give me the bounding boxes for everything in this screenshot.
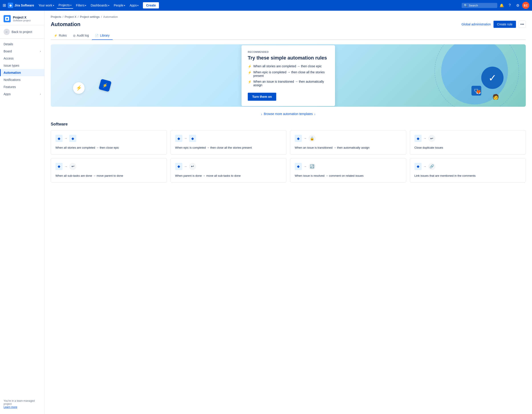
project-type: Software project — [13, 19, 30, 22]
automation-card-4[interactable]: → ↩ Close duplicate issues — [410, 130, 526, 155]
breadcrumb-projects[interactable]: Projects — [51, 15, 61, 19]
chevron-down-icon: ▾ — [53, 4, 54, 7]
hero-bolt-left-icon: ⚡ — [73, 82, 85, 94]
project-icon — [4, 15, 11, 22]
automation-card-5[interactable]: → ↩ When all sub-tasks are done → move p… — [51, 158, 167, 183]
arrow-icon: → — [184, 137, 187, 140]
target-icon-4: ↩ — [428, 135, 435, 142]
grid-icon[interactable]: ⊞ — [3, 3, 6, 8]
breadcrumb-project-x[interactable]: Project X — [65, 15, 76, 19]
trigger-icon-8 — [415, 163, 422, 170]
more-options-button[interactable]: ••• — [519, 21, 526, 28]
arrow-down-icon: ↓ — [261, 112, 262, 116]
breadcrumb-current: Automation — [103, 15, 118, 19]
page-title: Automation — [51, 21, 80, 27]
browse-more[interactable]: ↓ Browse more automation templates ↓ — [51, 112, 526, 116]
card-text-6: When parent is done → move all sub-tasks… — [175, 174, 282, 178]
arrow-icon: → — [64, 165, 67, 168]
trigger-icon-5 — [56, 163, 63, 170]
nav-people[interactable]: People ▾ — [112, 2, 127, 9]
chevron-down-icon: ▾ — [137, 4, 138, 7]
automation-card-6[interactable]: → ↩ When parent is done → move all sub-t… — [171, 158, 287, 183]
arrow-icon: → — [304, 165, 307, 168]
clock-icon: ◎ — [73, 34, 76, 37]
bolt-icon: ⚡ — [248, 80, 252, 84]
tab-rules[interactable]: ⚡ Rules — [51, 31, 70, 40]
create-button[interactable]: Create — [143, 2, 159, 9]
nav-projects[interactable]: Projects ▾ — [57, 2, 74, 9]
main-content: Projects / Project X / Project settings … — [45, 11, 532, 414]
trigger-icon-6 — [175, 163, 182, 170]
automation-card-1[interactable]: → When all stories are completed → then … — [51, 130, 167, 155]
bolt-icon: ⚡ — [248, 71, 252, 74]
tab-library[interactable]: 📄 Library — [92, 31, 113, 40]
settings-icon[interactable]: ⚙ — [514, 2, 521, 9]
app-layout: Project X Software project ← Back to pro… — [0, 11, 532, 414]
sidebar-item-details[interactable]: Details — [0, 40, 44, 48]
hero-rule-1: ⚡ When all stories are completed → then … — [248, 64, 329, 68]
automation-card-3[interactable]: → 🔒 When an issue is transitioned → then… — [290, 130, 406, 155]
hero-rule-2: ⚡ When epic is completed → then close al… — [248, 70, 329, 78]
expand-icon: › — [40, 50, 41, 53]
card-text-5: When all sub-tasks are done → move paren… — [56, 174, 162, 178]
chevron-down-icon: ▾ — [85, 4, 86, 7]
page-header: Automation Global administration Create … — [51, 21, 526, 28]
sidebar-item-features[interactable]: Features — [0, 83, 44, 90]
target-icon-3: 🔒 — [309, 135, 316, 142]
back-to-project[interactable]: ← Back to project — [0, 27, 44, 37]
automation-card-8[interactable]: → 🔗 Link issues that are mentioned in th… — [410, 158, 526, 183]
hero-check-circle-icon: ✓ — [481, 67, 504, 89]
chevron-down-icon: ▾ — [124, 4, 125, 7]
breadcrumb: Projects / Project X / Project settings … — [51, 15, 526, 19]
sidebar-item-board[interactable]: Board › — [0, 48, 44, 55]
breadcrumb-project-settings[interactable]: Project settings — [80, 15, 100, 19]
jira-logo[interactable]: Jira Software — [8, 3, 34, 8]
library-icon: 📄 — [95, 34, 99, 37]
automation-card-7[interactable]: → 🔄 When issue is resolved → comment on … — [290, 158, 406, 183]
topnav-icons: 🔔 ? ⚙ EC — [498, 2, 529, 9]
expand-icon: › — [40, 93, 41, 95]
automation-cards-grid-row1: → When all stories are completed → then … — [51, 130, 526, 155]
target-icon-8: 🔗 — [428, 163, 435, 170]
card-text-3: When an issue is transitioned → then aut… — [295, 146, 402, 150]
hero-fox-icon: 🦊 — [476, 89, 481, 94]
automation-cards-grid-row2: → ↩ When all sub-tasks are done → move p… — [51, 158, 526, 183]
learn-more-link[interactable]: Learn more — [4, 405, 17, 409]
hero-card: RECOMMENDED Try these simple automation … — [241, 45, 335, 106]
target-icon-2 — [189, 135, 196, 142]
hero-card-title: Try these simple automation rules — [248, 55, 329, 61]
top-navigation: ⊞ Jira Software Your work ▾ Projects ▾ F… — [0, 0, 532, 11]
create-rule-button[interactable]: Create rule — [494, 21, 516, 28]
turn-them-on-button[interactable]: Turn them on — [248, 93, 276, 101]
target-icon-6: ↩ — [189, 163, 196, 170]
arrow-icon: → — [423, 137, 427, 140]
sidebar-item-issue-types[interactable]: Issue types — [0, 62, 44, 69]
chevron-down-icon: ▾ — [70, 4, 71, 7]
notifications-icon[interactable]: 🔔 — [498, 2, 505, 9]
user-avatar[interactable]: EC — [522, 2, 529, 9]
sidebar-item-notifications[interactable]: Notifications — [0, 76, 44, 83]
sidebar-item-automation[interactable]: Automation — [0, 69, 44, 76]
bolt-icon: ⚡ — [54, 34, 57, 37]
page-header-actions: Global administration Create rule ••• — [461, 21, 526, 28]
help-icon[interactable]: ? — [506, 2, 513, 9]
card-text-8: Link issues that are mentioned in the co… — [415, 174, 521, 178]
hero-rule-3: ⚡ When an issue is transitioned → then a… — [248, 80, 329, 87]
search-box[interactable]: 🔍 Search — [462, 3, 497, 8]
trigger-icon-4 — [415, 135, 422, 142]
nav-your-work[interactable]: Your work ▾ — [37, 2, 56, 9]
sidebar-item-access[interactable]: Access — [0, 55, 44, 62]
nav-dashboards[interactable]: Dashboards ▾ — [89, 2, 111, 9]
sidebar: Project X Software project ← Back to pro… — [0, 11, 45, 414]
trigger-icon-7 — [295, 163, 302, 170]
arrow-icon: → — [304, 137, 307, 140]
hero-dashed-circle — [435, 44, 519, 107]
recommended-label: RECOMMENDED — [248, 50, 329, 53]
target-icon-5: ↩ — [69, 163, 76, 170]
tab-audit-log[interactable]: ◎ Audit log — [70, 31, 92, 40]
automation-card-2[interactable]: → When epic is completed → then close al… — [171, 130, 287, 155]
sidebar-item-apps[interactable]: Apps › — [0, 90, 44, 98]
nav-filters[interactable]: Filters ▾ — [74, 2, 88, 9]
nav-apps[interactable]: Apps ▾ — [128, 2, 140, 9]
global-admin-button[interactable]: Global administration — [461, 22, 491, 26]
